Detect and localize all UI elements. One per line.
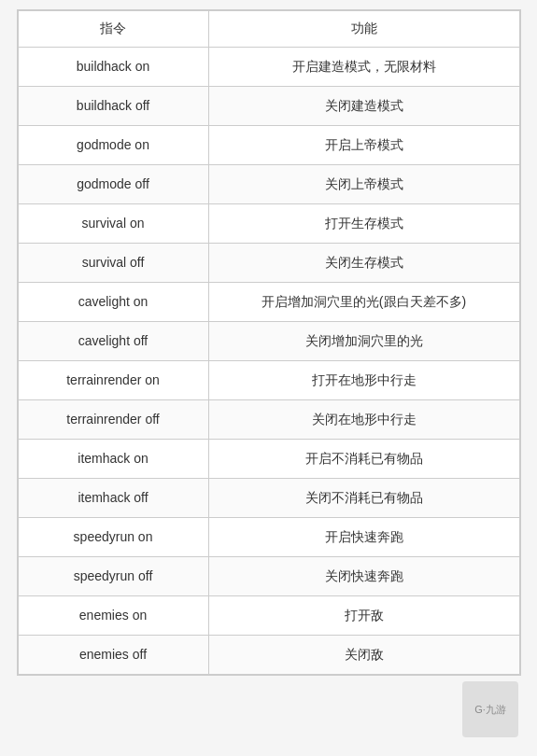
table-cell-func: 开启不消耗已有物品 (208, 440, 519, 479)
table-cell-cmd: godmode on (18, 126, 208, 165)
table-cell-func: 开启快速奔跑 (208, 518, 519, 557)
table-cell-func: 关闭增加洞穴里的光 (208, 322, 519, 361)
table-cell-func: 开启上帝模式 (208, 126, 519, 165)
table-row: enemies on打开敌 (18, 596, 519, 636)
table-cell-func: 开启建造模式，无限材料 (208, 48, 519, 87)
watermark: G·九游 (462, 681, 518, 737)
table-row: itemhack off关闭不消耗已有物品 (18, 479, 519, 518)
table-cell-cmd: survival off (18, 244, 208, 283)
table-cell-func: 打开在地形中行走 (208, 361, 519, 400)
table-row: terrainrender on打开在地形中行走 (18, 361, 519, 400)
table-row: terrainrender off关闭在地形中行走 (18, 400, 519, 440)
command-table: 指令 功能 buildhack on开启建造模式，无限材料buildhack o… (18, 10, 520, 675)
table-cell-func: 打开敌 (208, 596, 519, 636)
table-row: cavelight off关闭增加洞穴里的光 (18, 322, 519, 361)
table-cell-cmd: buildhack off (18, 87, 208, 126)
table-cell-func: 开启增加洞穴里的光(跟白天差不多) (208, 283, 519, 322)
header-func: 功能 (208, 11, 519, 48)
table-cell-cmd: cavelight on (18, 283, 208, 322)
table-row: survival off关闭生存模式 (18, 244, 519, 283)
table-cell-cmd: itemhack on (18, 440, 208, 479)
table-cell-cmd: cavelight off (18, 322, 208, 361)
table-row: cavelight on开启增加洞穴里的光(跟白天差不多) (18, 283, 519, 322)
table-cell-cmd: buildhack on (18, 48, 208, 87)
table-cell-func: 关闭在地形中行走 (208, 400, 519, 440)
table-header-row: 指令 功能 (18, 11, 519, 48)
table-cell-cmd: survival on (18, 204, 208, 244)
table-cell-cmd: itemhack off (18, 479, 208, 518)
table-cell-func: 关闭敌 (208, 636, 519, 675)
table-cell-cmd: speedyrun off (18, 557, 208, 596)
table-cell-cmd: speedyrun on (18, 518, 208, 557)
table-row: buildhack on开启建造模式，无限材料 (18, 48, 519, 87)
table-cell-cmd: terrainrender on (18, 361, 208, 400)
table-row: speedyrun off关闭快速奔跑 (18, 557, 519, 596)
table-cell-func: 关闭快速奔跑 (208, 557, 519, 596)
table-row: godmode on开启上帝模式 (18, 126, 519, 165)
table-cell-func: 关闭生存模式 (208, 244, 519, 283)
table-row: survival on打开生存模式 (18, 204, 519, 244)
table-cell-func: 关闭不消耗已有物品 (208, 479, 519, 518)
table-row: speedyrun on开启快速奔跑 (18, 518, 519, 557)
watermark-text: G·九游 (474, 703, 506, 716)
table-cell-cmd: enemies on (18, 596, 208, 636)
table-cell-func: 关闭建造模式 (208, 87, 519, 126)
table-cell-cmd: enemies off (18, 636, 208, 675)
table-cell-func: 打开生存模式 (208, 204, 519, 244)
table-cell-cmd: godmode off (18, 165, 208, 204)
header-cmd: 指令 (18, 11, 208, 48)
table-row: buildhack off关闭建造模式 (18, 87, 519, 126)
table-cell-func: 关闭上帝模式 (208, 165, 519, 204)
command-table-container: 指令 功能 buildhack on开启建造模式，无限材料buildhack o… (17, 9, 521, 676)
table-row: enemies off关闭敌 (18, 636, 519, 675)
table-row: godmode off关闭上帝模式 (18, 165, 519, 204)
table-cell-cmd: terrainrender off (18, 400, 208, 440)
table-body: buildhack on开启建造模式，无限材料buildhack off关闭建造… (18, 48, 519, 675)
table-row: itemhack on开启不消耗已有物品 (18, 440, 519, 479)
